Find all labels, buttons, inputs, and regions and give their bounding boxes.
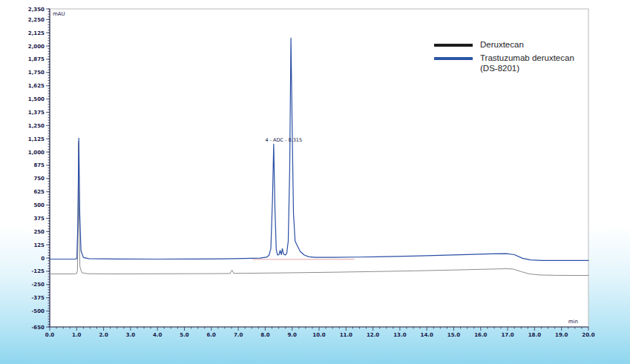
x-axis-unit-label: min — [568, 319, 578, 325]
legend-label-trastuzumab-deruxtecan: Trastuzumab deruxtecan (DS-8201) — [480, 53, 574, 74]
svg-text:15.0: 15.0 — [447, 332, 460, 338]
legend-label-line2: (DS-8201) — [480, 64, 519, 73]
svg-text:2,250: 2,250 — [28, 17, 45, 23]
svg-text:0.0: 0.0 — [45, 332, 55, 338]
legend-item-deruxtecan: Deruxtecan — [434, 40, 574, 50]
svg-text:2,125: 2,125 — [28, 30, 45, 36]
svg-text:17.0: 17.0 — [501, 332, 513, 338]
svg-text:625: 625 — [33, 189, 45, 195]
svg-text:1,000: 1,000 — [28, 150, 45, 156]
svg-text:1,875: 1,875 — [28, 56, 45, 62]
svg-text:500: 500 — [33, 202, 45, 208]
svg-text:2,350: 2,350 — [28, 7, 45, 13]
svg-text:14.0: 14.0 — [421, 332, 433, 338]
svg-text:1,625: 1,625 — [28, 83, 45, 89]
peak-annotation: 4 - ADC - 8.315 — [265, 137, 302, 143]
slide-background: 0.01.02.03.04.05.06.07.08.09.010.011.012… — [0, 0, 630, 364]
svg-text:13.0: 13.0 — [393, 332, 406, 338]
y-axis-unit-label: mAU — [53, 11, 65, 17]
svg-text:0: 0 — [41, 256, 45, 262]
svg-text:19.0: 19.0 — [555, 332, 568, 338]
svg-text:-650: -650 — [31, 325, 45, 331]
svg-text:20.0: 20.0 — [582, 332, 594, 338]
svg-text:7.0: 7.0 — [234, 332, 243, 338]
svg-text:1,500: 1,500 — [28, 96, 45, 102]
svg-text:2,000: 2,000 — [28, 44, 45, 50]
legend-label-deruxtecan: Deruxtecan — [480, 40, 524, 50]
svg-text:9.0: 9.0 — [287, 332, 297, 338]
svg-text:1,125: 1,125 — [28, 136, 45, 142]
svg-text:2.0: 2.0 — [99, 332, 108, 338]
legend-swatch-trastuzumab-deruxtecan — [434, 57, 473, 60]
legend-label-line1: Trastuzumab deruxtecan — [480, 53, 574, 62]
svg-text:5.0: 5.0 — [180, 332, 189, 338]
svg-text:-500: -500 — [31, 308, 45, 314]
svg-text:750: 750 — [33, 176, 45, 182]
svg-text:125: 125 — [33, 242, 45, 248]
svg-text:875: 875 — [33, 162, 45, 168]
legend-item-trastuzumab-deruxtecan: Trastuzumab deruxtecan (DS-8201) — [434, 53, 574, 74]
svg-text:1,250: 1,250 — [28, 123, 45, 129]
svg-text:11.0: 11.0 — [340, 332, 352, 338]
svg-text:4.0: 4.0 — [153, 332, 163, 338]
svg-text:3.0: 3.0 — [126, 332, 136, 338]
svg-text:8.0: 8.0 — [260, 332, 270, 338]
svg-text:-125: -125 — [31, 268, 45, 274]
svg-text:250: 250 — [33, 229, 45, 235]
svg-text:16.0: 16.0 — [474, 332, 487, 338]
svg-text:6.0: 6.0 — [207, 332, 217, 338]
svg-text:1,375: 1,375 — [28, 110, 45, 116]
svg-text:375: 375 — [33, 216, 45, 222]
svg-text:-250: -250 — [31, 282, 45, 288]
svg-text:-375: -375 — [31, 295, 45, 301]
legend: Deruxtecan Trastuzumab deruxtecan (DS-82… — [434, 40, 574, 73]
legend-swatch-deruxtecan — [434, 44, 473, 47]
svg-text:18.0: 18.0 — [528, 332, 541, 338]
svg-text:10.0: 10.0 — [312, 332, 325, 338]
svg-text:12.0: 12.0 — [367, 332, 379, 338]
svg-text:1.0: 1.0 — [72, 332, 82, 338]
svg-text:1,750: 1,750 — [28, 70, 45, 76]
